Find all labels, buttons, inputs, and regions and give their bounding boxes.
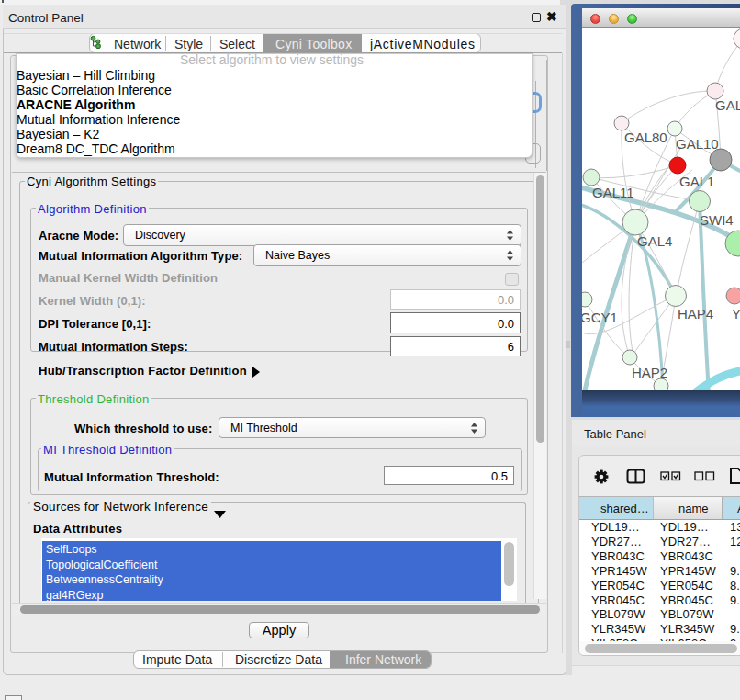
svg-text:GCY1: GCY1 xyxy=(582,310,618,325)
svg-text:GAL11: GAL11 xyxy=(592,185,634,200)
svg-text:SWI4: SWI4 xyxy=(700,212,734,228)
svg-text:Y: Y xyxy=(732,306,740,322)
svg-text:GAL4: GAL4 xyxy=(637,233,672,249)
svg-text:GAL80: GAL80 xyxy=(624,130,667,145)
svg-text:HAP4: HAP4 xyxy=(678,306,713,322)
svg-text:HAP2: HAP2 xyxy=(632,365,667,380)
svg-text:GAL: GAL xyxy=(715,97,740,113)
svg-text:GAL1: GAL1 xyxy=(679,174,714,189)
svg-text:GAL10: GAL10 xyxy=(676,136,719,152)
